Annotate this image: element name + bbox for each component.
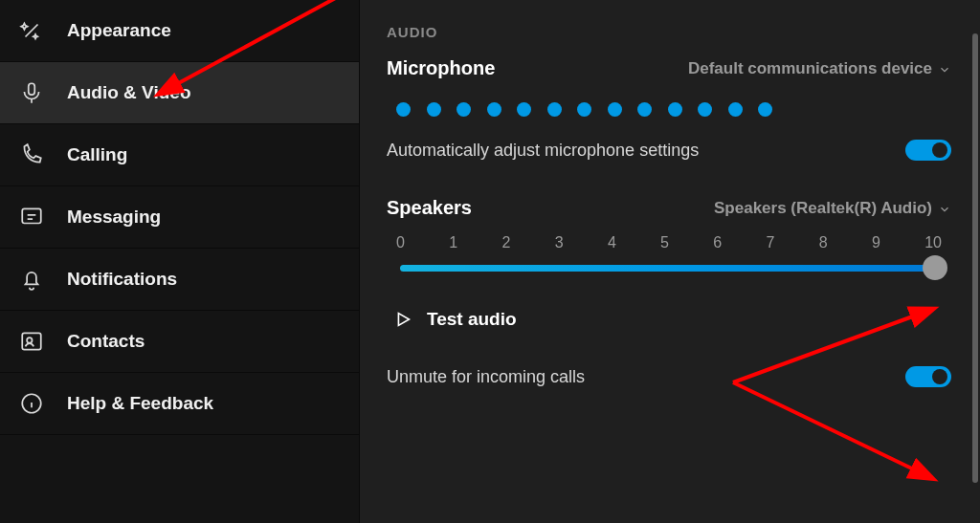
svg-point-3: [27, 338, 32, 342]
sidebar-item-notifications[interactable]: Notifications: [0, 249, 359, 311]
test-audio-button[interactable]: Test audio: [392, 309, 951, 330]
svg-rect-0: [29, 83, 35, 95]
microphone-level-meter: [396, 102, 951, 117]
contacts-icon: [19, 329, 44, 354]
tick: 0: [396, 234, 405, 251]
level-dot: [668, 102, 682, 117]
tick: 5: [660, 234, 669, 251]
tick: 10: [924, 234, 942, 251]
sidebar-item-label: Appearance: [67, 20, 171, 41]
speakers-device-value: Speakers (Realtek(R) Audio): [714, 199, 932, 218]
microphone-device-dropdown[interactable]: Default communications device: [688, 59, 951, 78]
sidebar-item-label: Contacts: [67, 331, 145, 352]
tick: 2: [501, 234, 510, 251]
play-icon: [392, 309, 413, 330]
sidebar-item-calling[interactable]: Calling: [0, 124, 359, 186]
microphone-device-value: Default communications device: [688, 59, 932, 78]
wand-icon: [19, 18, 44, 43]
unmute-label: Unmute for incoming calls: [387, 367, 585, 387]
microphone-label: Microphone: [387, 57, 495, 79]
main-panel: AUDIO Microphone Default communications …: [360, 0, 980, 523]
sidebar-item-label: Calling: [67, 144, 127, 165]
scrollbar[interactable]: [972, 33, 978, 483]
microphone-row: Microphone Default communications device: [387, 57, 951, 79]
tick: 6: [713, 234, 722, 251]
level-dot: [637, 102, 652, 117]
sidebar-item-label: Audio & Video: [67, 82, 190, 103]
microphone-icon: [19, 80, 44, 105]
slider-ticks: 0 1 2 3 4 5 6 7 8 9 10: [392, 234, 946, 251]
sidebar-item-label: Help & Feedback: [67, 393, 213, 414]
level-dot: [396, 102, 411, 117]
speakers-label: Speakers: [387, 197, 472, 219]
chevron-down-icon: [938, 202, 951, 215]
speakers-device-dropdown[interactable]: Speakers (Realtek(R) Audio): [714, 199, 951, 218]
level-dot: [487, 102, 501, 117]
tick: 8: [819, 234, 828, 251]
tick: 1: [449, 234, 457, 251]
level-dot: [577, 102, 591, 117]
sidebar-item-label: Notifications: [67, 269, 177, 290]
tick: 4: [608, 234, 616, 251]
info-icon: [19, 391, 44, 416]
level-dot: [547, 102, 562, 117]
tick: 7: [767, 234, 775, 251]
section-audio-title: AUDIO: [387, 24, 951, 40]
tick: 3: [555, 234, 564, 251]
speakers-volume-slider[interactable]: [392, 257, 946, 284]
sidebar-item-messaging[interactable]: Messaging: [0, 186, 359, 249]
svg-rect-1: [22, 208, 41, 223]
auto-adjust-label: Automatically adjust microphone settings: [387, 141, 699, 161]
auto-adjust-toggle[interactable]: [905, 140, 951, 161]
unmute-row: Unmute for incoming calls: [387, 366, 951, 387]
level-dot: [698, 102, 712, 117]
unmute-toggle[interactable]: [905, 366, 951, 387]
level-dot: [728, 102, 743, 117]
level-dot: [758, 102, 772, 117]
speakers-slider-group: 0 1 2 3 4 5 6 7 8 9 10: [392, 236, 946, 284]
level-dot: [457, 102, 471, 117]
level-dot: [517, 102, 531, 117]
message-icon: [19, 205, 44, 229]
sidebar-item-label: Messaging: [67, 207, 161, 228]
annotation-arrow-2: [676, 302, 980, 503]
bell-icon: [19, 267, 44, 292]
slider-track: [400, 265, 938, 272]
sidebar: Appearance Audio & Video Calling Messagi…: [0, 0, 360, 523]
chevron-down-icon: [938, 62, 951, 76]
level-dot: [608, 102, 622, 117]
speakers-row: Speakers Speakers (Realtek(R) Audio): [387, 197, 951, 219]
tick: 9: [872, 234, 880, 251]
sidebar-item-appearance[interactable]: Appearance: [0, 0, 359, 62]
level-dot: [427, 102, 441, 117]
test-audio-label: Test audio: [427, 309, 517, 330]
sidebar-item-contacts[interactable]: Contacts: [0, 311, 359, 373]
sidebar-item-audio-video[interactable]: Audio & Video: [0, 62, 359, 124]
phone-icon: [19, 142, 44, 167]
sidebar-item-help-feedback[interactable]: Help & Feedback: [0, 373, 359, 435]
slider-thumb[interactable]: [923, 255, 947, 280]
auto-adjust-row: Automatically adjust microphone settings: [387, 140, 951, 161]
svg-line-7: [733, 382, 918, 471]
